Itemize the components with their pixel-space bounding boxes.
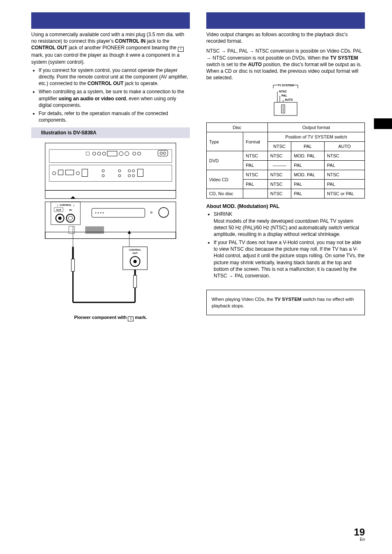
mod-pal-list: SHRINK Most models of the newly develope… [206, 211, 365, 279]
th-ntsc: NTSC [267, 142, 291, 151]
th-format: Format [243, 132, 268, 151]
svg-rect-16 [58, 170, 63, 175]
control-out-label: CONTROL OUT [31, 45, 67, 51]
svg-rect-66 [134, 270, 136, 275]
svg-point-21 [102, 175, 104, 177]
bullet1-b: jack to operate. [124, 81, 159, 86]
cell: Video CD [207, 170, 243, 189]
svg-rect-61 [72, 247, 74, 259]
cell: PAL [243, 180, 268, 189]
svg-point-26 [132, 170, 135, 172]
svg-point-27 [132, 175, 135, 177]
cell: PAL [291, 180, 325, 189]
svg-point-47 [150, 212, 152, 213]
t: NTSC conversion is possible on Video CDs… [254, 48, 362, 54]
diagram-svg: CONTROL OUT IN [41, 141, 180, 312]
svg-point-7 [119, 152, 123, 156]
intro-text-b: jack to the [145, 38, 169, 44]
note-box: When playing Video CDs, the TV SYSTEM sw… [206, 290, 365, 315]
th-output: Output format [267, 123, 364, 132]
sr-mark-icon: Î [128, 316, 134, 321]
svg-text:AUTO: AUTO [285, 98, 293, 101]
svg-rect-78 [274, 102, 297, 115]
t: PAL, PAL [226, 48, 249, 54]
shrink-body: Most models of the newly developed count… [214, 218, 359, 237]
arrow-right-icon: → [221, 48, 226, 55]
illustration-title: Illustration is DV-S838A [41, 130, 97, 136]
cell: NTSC [267, 151, 291, 161]
right-intro: Video output changes as follows accordin… [206, 31, 365, 44]
table-row: CD, No disc NTSC PAL NTSC or PAL [207, 189, 365, 199]
arrow-right-icon: → [249, 48, 254, 55]
section-header-right [206, 12, 365, 29]
arrow-right-icon: → [228, 273, 233, 279]
cell: PAL [324, 161, 364, 170]
svg-text:PAL: PAL [281, 94, 287, 97]
svg-text:IN: IN [69, 209, 72, 211]
svg-point-20 [102, 170, 104, 172]
right-para2: NTSC → PAL, PAL → NTSC conversion is pos… [206, 48, 365, 81]
svg-text:NTSC: NTSC [279, 90, 287, 93]
th-position: Position of TV SYSTEM switch [267, 132, 364, 142]
sr-mark-icon: Î [178, 47, 184, 52]
svg-point-40 [69, 216, 73, 220]
cell: CD, No disc [207, 189, 243, 199]
svg-point-48 [159, 208, 168, 217]
note-bold: TV SYSTEM [274, 297, 301, 302]
svg-point-9 [133, 152, 136, 155]
svg-rect-19 [82, 169, 88, 177]
svg-rect-41 [45, 202, 176, 238]
svg-point-39 [67, 214, 75, 222]
left-column: Using a commercially available cord with… [31, 12, 190, 327]
shrink-label: SHRINK [214, 211, 232, 217]
svg-rect-50 [69, 226, 75, 234]
cell: NTSC [267, 170, 291, 180]
cell: NTSC or PAL [324, 189, 364, 199]
intro-text-d: mark, you can control the player as thou… [31, 52, 180, 65]
svg-point-18 [76, 172, 79, 175]
cell: MOD. PAL [291, 151, 325, 161]
cell: PAL [291, 161, 325, 170]
svg-rect-2 [86, 152, 89, 155]
output-format-table: Disc Output format Type Format Position … [206, 122, 365, 199]
svg-point-8 [125, 152, 129, 156]
mod-b2b: PAL conversion. [233, 273, 270, 279]
th-pal: PAL [291, 142, 325, 151]
svg-point-12 [160, 152, 162, 155]
cell: PAL [243, 161, 268, 170]
cell [243, 189, 268, 199]
svg-point-45 [100, 212, 101, 213]
svg-point-43 [95, 212, 96, 213]
svg-point-38 [58, 217, 62, 220]
list-item: SHRINK Most models of the newly develope… [214, 211, 365, 238]
list-item: If your PAL TV does not have a V-Hold co… [214, 239, 365, 279]
cell: PAL [324, 180, 364, 189]
cell: NTSC [243, 170, 268, 180]
svg-point-24 [128, 170, 131, 172]
svg-text:CONTROL: CONTROL [129, 249, 141, 252]
table-row: Video CD NTSC NTSC MOD. PAL NTSC [207, 170, 365, 180]
svg-point-23 [118, 175, 121, 177]
cell: ——— [267, 161, 291, 170]
svg-rect-51 [45, 232, 176, 239]
two-column-layout: Using a commercially available cord with… [31, 12, 365, 327]
note-a: When playing Video CDs, the [212, 297, 274, 302]
svg-rect-65 [134, 275, 137, 288]
svg-point-3 [92, 152, 96, 155]
svg-text:OUT: OUT [132, 252, 138, 255]
intro-text-c: jack of another PIONEER component bearin… [67, 45, 178, 51]
cell: NTSC [267, 180, 291, 189]
bullet-list-left: If you connect for system control, you c… [31, 67, 190, 124]
svg-rect-14 [49, 165, 172, 182]
pioneer-caption-a: Pioneer component with [74, 315, 128, 320]
right-column: Video output changes as follows accordin… [206, 12, 365, 327]
pioneer-caption-b: mark. [134, 315, 147, 320]
svg-point-13 [163, 152, 166, 155]
svg-point-4 [97, 152, 101, 155]
side-tab [374, 118, 392, 129]
svg-rect-42 [92, 208, 145, 217]
t: switch is set to the [206, 62, 248, 67]
control-in-label: CONTROL IN [115, 38, 145, 44]
svg-rect-11 [158, 150, 168, 156]
page-number-value: 19 [354, 527, 365, 537]
